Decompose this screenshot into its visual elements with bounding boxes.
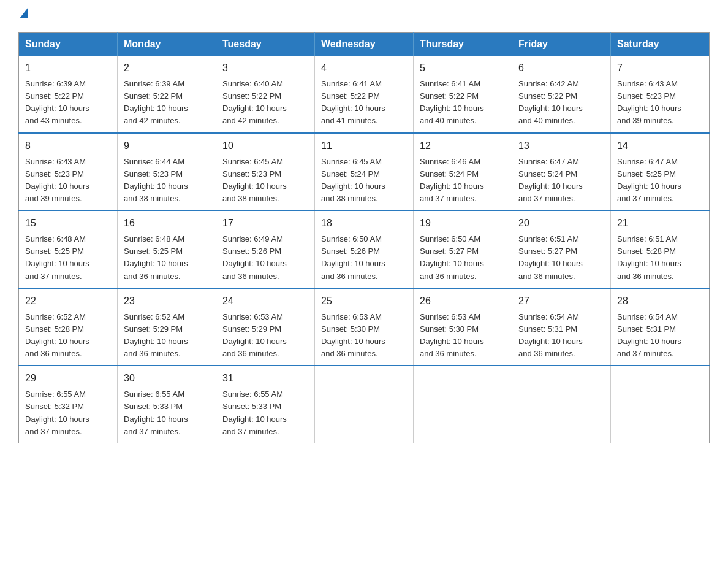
day-info: Sunrise: 6:51 AMSunset: 5:28 PMDaylight:… <box>617 234 681 280</box>
calendar-cell: 8 Sunrise: 6:43 AMSunset: 5:23 PMDayligh… <box>19 133 118 211</box>
day-number: 31 <box>222 371 308 386</box>
calendar-cell: 16 Sunrise: 6:48 AMSunset: 5:25 PMDaylig… <box>118 210 216 288</box>
header-monday: Monday <box>118 33 216 56</box>
day-number: 20 <box>518 216 604 231</box>
day-info: Sunrise: 6:55 AMSunset: 5:33 PMDaylight:… <box>222 389 287 435</box>
calendar-cell: 23 Sunrise: 6:52 AMSunset: 5:29 PMDaylig… <box>118 288 216 366</box>
calendar-cell <box>414 366 512 443</box>
calendar-cell: 30 Sunrise: 6:55 AMSunset: 5:33 PMDaylig… <box>118 366 216 443</box>
calendar-cell: 15 Sunrise: 6:48 AMSunset: 5:25 PMDaylig… <box>19 210 118 288</box>
calendar-table: SundayMondayTuesdayWednesdayThursdayFrid… <box>18 32 710 443</box>
calendar-header-row: SundayMondayTuesdayWednesdayThursdayFrid… <box>19 33 710 56</box>
calendar-cell: 5 Sunrise: 6:41 AMSunset: 5:22 PMDayligh… <box>414 56 512 133</box>
day-number: 3 <box>222 61 308 75</box>
day-info: Sunrise: 6:47 AMSunset: 5:25 PMDaylight:… <box>617 157 681 203</box>
day-number: 25 <box>321 294 407 308</box>
header-friday: Friday <box>512 33 611 56</box>
day-number: 12 <box>420 139 506 153</box>
calendar-cell: 11 Sunrise: 6:45 AMSunset: 5:24 PMDaylig… <box>315 133 414 211</box>
calendar-cell: 17 Sunrise: 6:49 AMSunset: 5:26 PMDaylig… <box>216 210 315 288</box>
day-info: Sunrise: 6:47 AMSunset: 5:24 PMDaylight:… <box>518 157 583 203</box>
day-info: Sunrise: 6:40 AMSunset: 5:22 PMDaylight:… <box>222 79 287 125</box>
day-info: Sunrise: 6:45 AMSunset: 5:23 PMDaylight:… <box>222 157 287 203</box>
day-number: 10 <box>222 139 308 153</box>
calendar-cell: 22 Sunrise: 6:52 AMSunset: 5:28 PMDaylig… <box>19 288 118 366</box>
day-number: 17 <box>222 216 308 231</box>
day-info: Sunrise: 6:52 AMSunset: 5:29 PMDaylight:… <box>124 312 188 358</box>
calendar-cell: 26 Sunrise: 6:53 AMSunset: 5:30 PMDaylig… <box>414 288 512 366</box>
day-info: Sunrise: 6:43 AMSunset: 5:23 PMDaylight:… <box>617 79 681 125</box>
day-number: 13 <box>518 139 604 153</box>
week-row-5: 29 Sunrise: 6:55 AMSunset: 5:32 PMDaylig… <box>19 366 710 443</box>
day-number: 29 <box>25 371 111 386</box>
day-number: 8 <box>25 139 111 153</box>
day-number: 23 <box>124 294 210 308</box>
day-number: 30 <box>124 371 210 386</box>
day-info: Sunrise: 6:39 AMSunset: 5:22 PMDaylight:… <box>124 79 188 125</box>
calendar-cell: 25 Sunrise: 6:53 AMSunset: 5:30 PMDaylig… <box>315 288 414 366</box>
day-info: Sunrise: 6:44 AMSunset: 5:23 PMDaylight:… <box>124 157 188 203</box>
calendar-cell: 24 Sunrise: 6:53 AMSunset: 5:29 PMDaylig… <box>216 288 315 366</box>
day-number: 19 <box>420 216 506 231</box>
day-info: Sunrise: 6:48 AMSunset: 5:25 PMDaylight:… <box>124 234 188 280</box>
day-number: 1 <box>25 61 111 75</box>
calendar-cell: 14 Sunrise: 6:47 AMSunset: 5:25 PMDaylig… <box>611 133 710 211</box>
day-number: 21 <box>617 216 703 231</box>
calendar-cell: 3 Sunrise: 6:40 AMSunset: 5:22 PMDayligh… <box>216 56 315 133</box>
day-info: Sunrise: 6:51 AMSunset: 5:27 PMDaylight:… <box>518 234 583 280</box>
day-number: 11 <box>321 139 407 153</box>
day-info: Sunrise: 6:41 AMSunset: 5:22 PMDaylight:… <box>420 79 484 125</box>
calendar-cell: 31 Sunrise: 6:55 AMSunset: 5:33 PMDaylig… <box>216 366 315 443</box>
header-saturday: Saturday <box>611 33 710 56</box>
calendar-cell: 18 Sunrise: 6:50 AMSunset: 5:26 PMDaylig… <box>315 210 414 288</box>
day-info: Sunrise: 6:55 AMSunset: 5:33 PMDaylight:… <box>124 389 188 435</box>
logo <box>18 12 28 20</box>
calendar-cell: 2 Sunrise: 6:39 AMSunset: 5:22 PMDayligh… <box>118 56 216 133</box>
calendar-cell: 20 Sunrise: 6:51 AMSunset: 5:27 PMDaylig… <box>512 210 611 288</box>
calendar-cell: 13 Sunrise: 6:47 AMSunset: 5:24 PMDaylig… <box>512 133 611 211</box>
day-info: Sunrise: 6:46 AMSunset: 5:24 PMDaylight:… <box>420 157 484 203</box>
calendar-cell <box>611 366 710 443</box>
day-number: 15 <box>25 216 111 231</box>
header-thursday: Thursday <box>414 33 512 56</box>
calendar-cell: 12 Sunrise: 6:46 AMSunset: 5:24 PMDaylig… <box>414 133 512 211</box>
week-row-1: 1 Sunrise: 6:39 AMSunset: 5:22 PMDayligh… <box>19 56 710 133</box>
day-number: 22 <box>25 294 111 308</box>
week-row-4: 22 Sunrise: 6:52 AMSunset: 5:28 PMDaylig… <box>19 288 710 366</box>
day-info: Sunrise: 6:50 AMSunset: 5:26 PMDaylight:… <box>321 234 385 280</box>
calendar-cell: 1 Sunrise: 6:39 AMSunset: 5:22 PMDayligh… <box>19 56 118 133</box>
day-info: Sunrise: 6:50 AMSunset: 5:27 PMDaylight:… <box>420 234 484 280</box>
header-tuesday: Tuesday <box>216 33 315 56</box>
calendar-cell: 4 Sunrise: 6:41 AMSunset: 5:22 PMDayligh… <box>315 56 414 133</box>
day-info: Sunrise: 6:53 AMSunset: 5:30 PMDaylight:… <box>321 312 385 358</box>
day-number: 27 <box>518 294 604 308</box>
day-number: 7 <box>617 61 703 75</box>
day-number: 5 <box>420 61 506 75</box>
day-number: 26 <box>420 294 506 308</box>
day-info: Sunrise: 6:49 AMSunset: 5:26 PMDaylight:… <box>222 234 287 280</box>
day-number: 2 <box>124 61 210 75</box>
calendar-cell: 28 Sunrise: 6:54 AMSunset: 5:31 PMDaylig… <box>611 288 710 366</box>
calendar-cell: 29 Sunrise: 6:55 AMSunset: 5:32 PMDaylig… <box>19 366 118 443</box>
week-row-3: 15 Sunrise: 6:48 AMSunset: 5:25 PMDaylig… <box>19 210 710 288</box>
week-row-2: 8 Sunrise: 6:43 AMSunset: 5:23 PMDayligh… <box>19 133 710 211</box>
calendar-cell: 19 Sunrise: 6:50 AMSunset: 5:27 PMDaylig… <box>414 210 512 288</box>
calendar-cell <box>512 366 611 443</box>
day-number: 14 <box>617 139 703 153</box>
logo-triangle-icon <box>20 7 28 18</box>
calendar-cell: 7 Sunrise: 6:43 AMSunset: 5:23 PMDayligh… <box>611 56 710 133</box>
day-info: Sunrise: 6:43 AMSunset: 5:23 PMDaylight:… <box>25 157 89 203</box>
day-number: 28 <box>617 294 703 308</box>
day-number: 4 <box>321 61 407 75</box>
day-info: Sunrise: 6:55 AMSunset: 5:32 PMDaylight:… <box>25 389 89 435</box>
day-info: Sunrise: 6:54 AMSunset: 5:31 PMDaylight:… <box>518 312 583 358</box>
day-number: 6 <box>518 61 604 75</box>
day-info: Sunrise: 6:42 AMSunset: 5:22 PMDaylight:… <box>518 79 583 125</box>
day-info: Sunrise: 6:53 AMSunset: 5:30 PMDaylight:… <box>420 312 484 358</box>
day-info: Sunrise: 6:41 AMSunset: 5:22 PMDaylight:… <box>321 79 385 125</box>
day-number: 9 <box>124 139 210 153</box>
calendar-cell: 21 Sunrise: 6:51 AMSunset: 5:28 PMDaylig… <box>611 210 710 288</box>
day-number: 18 <box>321 216 407 231</box>
calendar-cell: 10 Sunrise: 6:45 AMSunset: 5:23 PMDaylig… <box>216 133 315 211</box>
page-header <box>18 12 710 20</box>
